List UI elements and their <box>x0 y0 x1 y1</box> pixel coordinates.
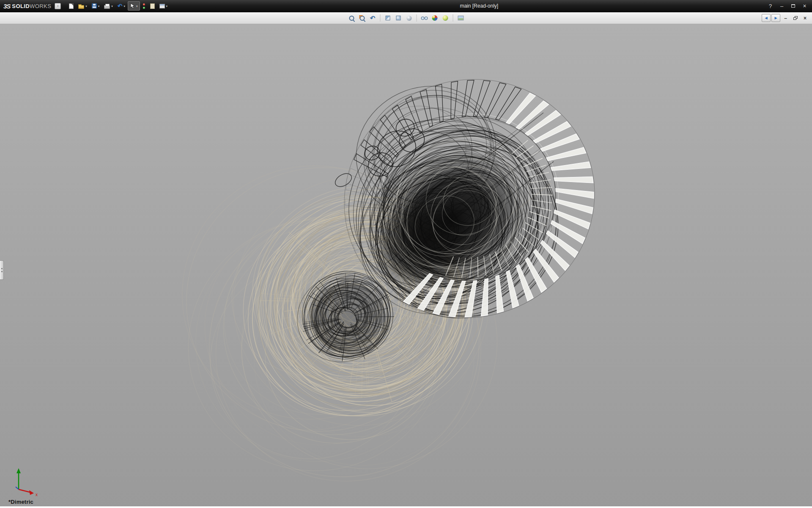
apply-scene-icon <box>443 15 448 21</box>
chevron-down-icon: ▾ <box>98 5 100 8</box>
panel-right-icon: ▶ <box>774 17 777 20</box>
toolbar-separator <box>453 14 453 22</box>
menu-expand-icon: › <box>57 4 58 8</box>
chevron-down-icon: ▾ <box>124 5 126 8</box>
document-title: main [Read-only] <box>460 0 498 12</box>
document-close-icon: × <box>804 15 807 21</box>
document-restore-icon <box>793 16 798 20</box>
undo-button[interactable]: ↶ ▾ <box>115 1 127 11</box>
previous-view-button[interactable]: ↶ <box>368 14 378 23</box>
file-properties-button[interactable] <box>148 1 157 11</box>
orientation-triad: x <box>10 466 44 497</box>
solidworks-window: 3S SOLIDWORKS › ▾ ▾ ▾ ↶ ▾ <box>0 0 812 508</box>
collapse-panel-right-button[interactable]: ▶ <box>771 14 780 22</box>
minimize-button[interactable]: – <box>776 2 787 11</box>
menu-expand-button[interactable]: › <box>55 3 61 9</box>
options-button[interactable]: ▾ <box>157 1 170 11</box>
section-view-icon <box>386 16 390 20</box>
document-window-controls: ◀ ▶ – × <box>762 14 812 22</box>
heads-up-view-toolbar: ↶ <box>347 14 466 23</box>
file-properties-icon <box>150 3 155 9</box>
open-document-button[interactable]: ▾ <box>76 1 89 11</box>
solidworks-logo: 3S SOLIDWORKS <box>2 2 55 10</box>
status-bar-edge <box>0 506 812 508</box>
options-icon <box>159 4 165 8</box>
print-button[interactable]: ▾ <box>102 1 115 11</box>
chevron-down-icon: ▾ <box>166 5 168 8</box>
zoom-to-area-button[interactable] <box>357 14 367 23</box>
document-minimize-button[interactable]: – <box>781 14 790 22</box>
close-button[interactable]: × <box>799 2 810 11</box>
edit-appearance-button[interactable] <box>430 14 440 23</box>
edit-appearance-icon <box>432 15 438 21</box>
maximize-button[interactable] <box>787 2 799 11</box>
view-orientation-label: *Dimetric <box>8 499 33 505</box>
window-controls: ? – × <box>765 2 810 11</box>
left-panel-splitter[interactable] <box>0 260 4 280</box>
main-toolbar: ▾ ▾ ▾ ↶ ▾ ▾ <box>67 1 170 11</box>
zoom-to-area-icon <box>359 16 365 21</box>
display-states-button[interactable] <box>140 1 148 11</box>
zoom-to-fit-button[interactable] <box>347 14 357 23</box>
hide-show-items-button[interactable] <box>420 14 429 23</box>
help-icon: ? <box>769 3 772 9</box>
toolbar-separator <box>380 14 381 22</box>
collapse-panel-left-button[interactable]: ◀ <box>762 14 771 22</box>
print-icon <box>104 5 110 9</box>
chevron-down-icon: ▾ <box>136 5 138 8</box>
select-cursor-icon <box>130 3 135 9</box>
zoom-to-fit-icon <box>349 16 354 21</box>
display-states-icon <box>143 3 145 9</box>
open-document-icon <box>78 5 84 9</box>
new-document-icon <box>69 3 74 9</box>
minimize-icon: – <box>780 3 783 9</box>
section-view-button[interactable] <box>383 14 393 23</box>
close-icon: × <box>803 3 806 9</box>
brand-name-light: WORKS <box>30 3 51 9</box>
save-button[interactable]: ▾ <box>90 1 102 11</box>
select-tool-button[interactable]: ▾ <box>128 1 140 11</box>
help-button[interactable]: ? <box>765 2 776 11</box>
chevron-down-icon: ▾ <box>111 5 113 8</box>
document-minimize-icon: – <box>784 15 787 21</box>
view-orientation-button[interactable] <box>394 14 403 23</box>
turbine-wireframe-model <box>0 24 812 508</box>
view-orientation-icon <box>396 16 401 20</box>
graphics-viewport[interactable]: x *Dimetric <box>0 24 812 508</box>
dassault-3ds-logo-icon: 3S <box>3 3 10 10</box>
triad-x-label: x <box>36 492 38 497</box>
view-toolbar-row: ↶ <box>0 12 812 24</box>
document-restore-button[interactable] <box>791 14 800 22</box>
view-settings-button[interactable] <box>456 14 466 23</box>
hide-show-items-icon <box>421 17 428 20</box>
display-style-icon <box>406 16 411 21</box>
toolbar-separator <box>417 14 417 22</box>
title-bar: 3S SOLIDWORKS › ▾ ▾ ▾ ↶ ▾ <box>0 0 812 12</box>
maximize-icon <box>791 4 795 8</box>
apply-scene-button[interactable] <box>441 14 450 23</box>
new-document-button[interactable] <box>67 1 76 11</box>
view-settings-icon <box>458 16 464 20</box>
previous-view-icon: ↶ <box>370 15 376 21</box>
undo-icon: ↶ <box>118 3 123 9</box>
document-close-button[interactable]: × <box>801 14 809 22</box>
chevron-down-icon: ▾ <box>85 5 87 8</box>
display-style-button[interactable] <box>404 14 414 23</box>
panel-left-icon: ◀ <box>765 17 767 20</box>
brand-name-bold: SOLID <box>12 3 30 9</box>
save-icon <box>92 3 97 8</box>
brand-name: SOLIDWORKS <box>12 2 51 10</box>
